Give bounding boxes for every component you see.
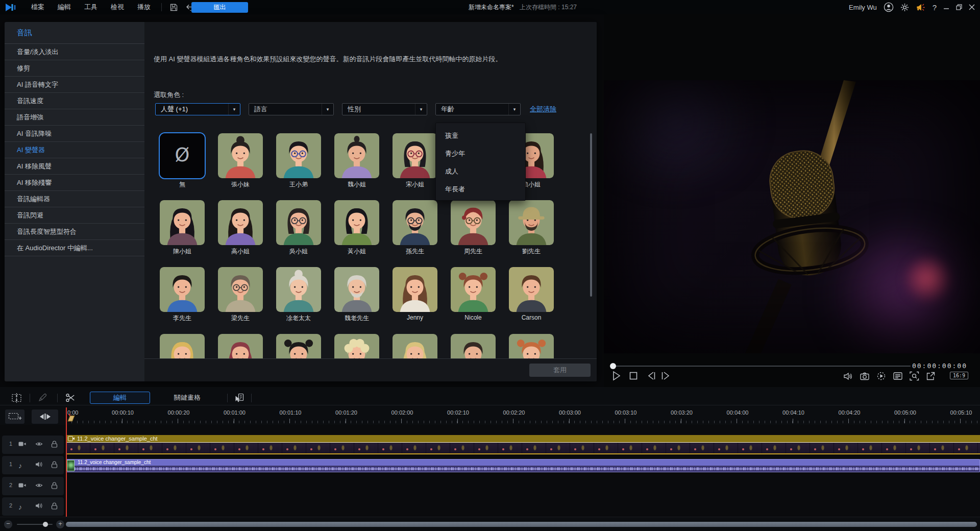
stop-button[interactable] (629, 371, 638, 381)
edit-mode-button[interactable]: 編輯 (90, 392, 150, 404)
zoom-in-icon[interactable]: + (56, 520, 64, 528)
mute-toggle-icon[interactable] (35, 461, 43, 468)
filter-dropdown[interactable]: 語言 ▾ (249, 103, 334, 115)
restore-window-icon[interactable] (956, 4, 962, 10)
audio-clip[interactable]: 11.2_voice changer_sample_cht (66, 459, 980, 472)
timeline-ruler[interactable]: 0:0000:00:1000:00:2000:01:0000:01:1000:0… (0, 407, 980, 424)
apply-button[interactable]: 套用 (529, 364, 591, 377)
chevron-down-icon[interactable]: ▾ (415, 104, 427, 115)
sidebar-item[interactable]: 音訊閃避 (5, 207, 144, 224)
voice-avatar-魏小姐[interactable]: 魏小姐 (334, 133, 379, 187)
avatar-image[interactable] (393, 334, 437, 358)
avatar-image[interactable] (276, 267, 321, 312)
chevron-down-icon[interactable]: ▾ (228, 104, 240, 115)
visibility-toggle-icon[interactable] (35, 482, 43, 489)
zoom-out-icon[interactable]: − (4, 520, 12, 528)
video-track-icon[interactable] (18, 482, 26, 489)
avatar-image[interactable] (276, 133, 321, 178)
timeline-zoom-handle[interactable] (43, 522, 48, 527)
menu-item-1[interactable]: 編輯 (51, 0, 78, 14)
visibility-toggle-icon[interactable] (35, 441, 43, 447)
filter-dropdown[interactable]: 人聲 (+1) ▾ (155, 103, 240, 115)
avatar-image[interactable] (160, 334, 205, 358)
audio-track-icon[interactable]: ♪ (18, 461, 22, 470)
display-options-icon[interactable] (893, 372, 902, 380)
age-menu-item[interactable]: 成人 (436, 162, 525, 180)
voice-avatar[interactable] (218, 334, 263, 358)
voice-avatar-高小姐[interactable]: 高小姐 (218, 200, 263, 254)
sidebar-item[interactable]: 語音增強 (5, 109, 144, 126)
avatar-image[interactable] (451, 334, 496, 358)
age-menu-item[interactable]: 孩童 (436, 127, 525, 144)
voice-avatar-無[interactable]: Ø 無 (160, 133, 205, 187)
keyframe-button[interactable]: 關鍵畫格 (159, 392, 215, 404)
chevron-down-icon[interactable]: ▾ (508, 104, 520, 115)
voice-avatar-Jenny[interactable]: Jenny (393, 267, 437, 321)
avatar-image[interactable] (509, 200, 554, 245)
avatar-image[interactable] (160, 267, 205, 312)
avatar-image[interactable] (334, 200, 379, 245)
voice-avatar-Carson[interactable]: Carson (509, 267, 554, 321)
avatar-image[interactable] (451, 200, 496, 245)
save-icon[interactable] (170, 4, 178, 11)
voice-avatar[interactable] (509, 334, 554, 358)
lock-toggle-icon[interactable] (51, 461, 58, 468)
voice-avatar[interactable] (160, 334, 205, 358)
avatar-image[interactable] (393, 200, 437, 245)
lock-toggle-icon[interactable] (51, 502, 58, 510)
avatar-image[interactable]: Ø (160, 133, 205, 178)
sidebar-item[interactable]: 音訊速度 (5, 93, 144, 109)
sidebar-item[interactable]: 在 AudioDirector 中編輯... (5, 240, 144, 256)
content-scrollbar[interactable] (590, 133, 592, 357)
sidebar-item[interactable]: 音訊編輯器 (5, 191, 144, 207)
design-pen-icon[interactable] (38, 393, 47, 402)
settings-gear-icon[interactable] (900, 3, 909, 12)
select-range-icon[interactable] (11, 393, 22, 403)
avatar-image[interactable] (218, 334, 263, 358)
playhead-line[interactable] (66, 407, 67, 517)
filter-dropdown[interactable]: 年齡 ▾ (435, 103, 521, 115)
previous-frame-button[interactable] (647, 371, 656, 381)
voice-avatar-陳小姐[interactable]: 陳小姐 (160, 200, 205, 254)
announcements-megaphone-icon[interactable] (916, 3, 926, 12)
voice-avatar-魏老先生[interactable]: 魏老先生 (334, 267, 379, 321)
age-menu-item[interactable]: 青少年 (436, 144, 525, 162)
timeline-horizontal-scrollbar[interactable] (66, 522, 977, 527)
filter-dropdown[interactable]: 性別 ▾ (342, 103, 427, 115)
voice-avatar-李先生[interactable]: 李先生 (160, 267, 205, 321)
voice-avatar-張小妹[interactable]: 張小妹 (218, 133, 263, 187)
user-avatar-icon[interactable] (884, 2, 894, 12)
sidebar-item[interactable]: 音訊長度智慧型符合 (5, 224, 144, 240)
voice-avatar[interactable] (393, 334, 437, 358)
next-frame-button[interactable] (661, 371, 671, 381)
video-clip[interactable]: 11.2_voice changer_sample_cht (66, 435, 980, 455)
voice-avatar-王小弟[interactable]: 王小弟 (276, 133, 321, 187)
render-preview-icon[interactable] (876, 371, 886, 381)
avatar-image[interactable] (451, 267, 496, 312)
voice-avatar-黃小姐[interactable]: 黃小姐 (334, 200, 379, 254)
sidebar-item[interactable]: AI 音訊降噪 (5, 126, 144, 142)
sidebar-item[interactable]: AI 移除風聲 (5, 158, 144, 175)
voice-avatar-吳小姐[interactable]: 吳小姐 (276, 200, 321, 254)
lock-toggle-icon[interactable] (51, 482, 58, 489)
voice-avatar-劉先生[interactable]: 劉先生 (509, 200, 554, 254)
avatar-image[interactable] (509, 267, 554, 312)
lock-toggle-icon[interactable] (51, 441, 58, 448)
close-window-icon[interactable] (969, 4, 975, 10)
export-button[interactable]: 匯出 (191, 2, 248, 13)
avatar-image[interactable] (160, 200, 205, 245)
app-logo-icon[interactable] (5, 3, 17, 12)
avatar-image[interactable] (218, 133, 263, 178)
split-scissors-icon[interactable] (65, 393, 76, 403)
sidebar-item[interactable]: AI 移除殘響 (5, 175, 144, 191)
voice-avatar-凃老太太[interactable]: 凃老太太 (276, 267, 321, 321)
menu-item-4[interactable]: 播放 (131, 0, 157, 14)
play-button[interactable] (612, 371, 621, 381)
avatar-image[interactable] (276, 334, 321, 358)
avatar-image[interactable] (276, 200, 321, 245)
minimize-icon[interactable] (943, 5, 949, 10)
sidebar-item[interactable]: AI 語音轉文字 (5, 77, 144, 93)
context-menu-cursor-icon[interactable] (234, 393, 244, 403)
avatar-image[interactable] (393, 267, 437, 312)
avatar-image[interactable] (393, 133, 437, 178)
